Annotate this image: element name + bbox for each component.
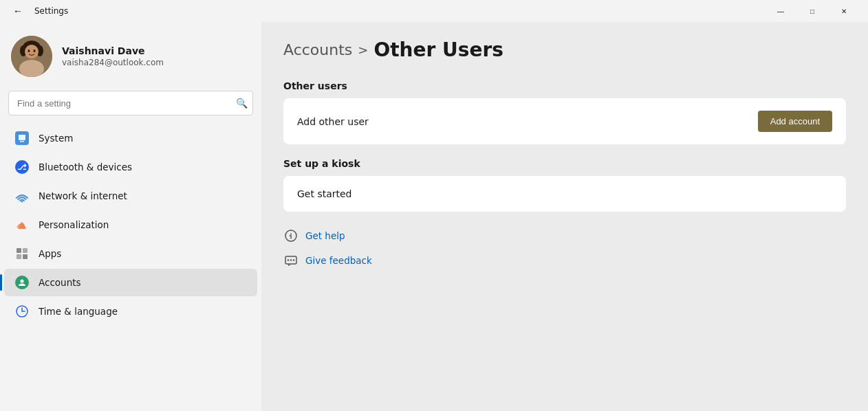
svg-rect-17 <box>23 254 28 259</box>
app-body: Vaishnavi Dave vaisha284@outlook.com 🔍 S… <box>0 22 868 411</box>
kiosk-card: Get started <box>283 176 846 212</box>
bluetooth-icon: ⎇ <box>15 160 29 174</box>
svg-point-23 <box>290 259 292 260</box>
sidebar-item-accounts[interactable]: Accounts <box>4 269 257 296</box>
search-icon: 🔍 <box>236 98 248 109</box>
sidebar-item-accounts-label: Accounts <box>39 277 81 288</box>
user-name: Vaishnavi Dave <box>62 45 164 56</box>
get-help-link[interactable]: Get help <box>283 225 846 246</box>
avatar <box>11 36 52 77</box>
back-button[interactable]: ← <box>8 1 28 21</box>
svg-rect-16 <box>17 254 21 259</box>
svg-point-24 <box>287 259 289 260</box>
sidebar-item-system-label: System <box>39 133 73 144</box>
svg-rect-11 <box>19 135 25 140</box>
sidebar-item-network-label: Network & internet <box>39 190 127 201</box>
minimize-button[interactable]: — <box>765 0 796 22</box>
sidebar-item-network[interactable]: Network & internet <box>4 182 257 210</box>
personalization-icon <box>15 218 29 232</box>
breadcrumb-current: Other Users <box>373 38 503 61</box>
breadcrumb: Accounts > Other Users <box>283 38 846 61</box>
sidebar-item-bluetooth[interactable]: ⎇ Bluetooth & devices <box>4 153 257 181</box>
search-box: 🔍 <box>8 91 253 115</box>
add-other-user-row: Add other user Add account <box>283 98 846 144</box>
add-account-button[interactable]: Add account <box>758 111 832 132</box>
window-controls: — □ ✕ <box>765 0 860 22</box>
svg-rect-12 <box>20 141 24 142</box>
svg-point-2 <box>19 60 44 77</box>
app-title: Settings <box>34 6 68 16</box>
sidebar-item-time-label: Time & language <box>39 306 118 317</box>
search-icon-button[interactable]: 🔍 <box>236 98 248 109</box>
sidebar: Vaishnavi Dave vaisha284@outlook.com 🔍 S… <box>0 22 261 411</box>
give-feedback-link[interactable]: Give feedback <box>283 250 846 271</box>
sidebar-item-personalization-label: Personalization <box>39 219 109 230</box>
maximize-button[interactable]: □ <box>796 0 828 22</box>
get-started-row[interactable]: Get started <box>283 176 846 212</box>
breadcrumb-parent[interactable]: Accounts <box>283 41 352 58</box>
svg-rect-14 <box>17 248 21 253</box>
sidebar-item-apps[interactable]: Apps <box>4 240 257 267</box>
other-users-card: Add other user Add account <box>283 98 846 144</box>
get-started-label: Get started <box>297 188 352 199</box>
give-feedback-icon <box>283 253 299 268</box>
sidebar-item-bluetooth-label: Bluetooth & devices <box>39 162 132 173</box>
network-icon <box>15 189 29 203</box>
svg-point-13 <box>21 201 23 203</box>
sidebar-item-time[interactable]: Time & language <box>4 298 257 325</box>
get-help-label[interactable]: Get help <box>305 230 345 241</box>
svg-point-8 <box>28 49 30 52</box>
user-info: Vaishnavi Dave vaisha284@outlook.com <box>62 45 164 67</box>
sidebar-item-personalization[interactable]: Personalization <box>4 211 257 238</box>
give-feedback-label[interactable]: Give feedback <box>305 255 372 266</box>
time-icon <box>15 304 29 318</box>
other-users-section-title: Other users <box>283 80 846 91</box>
main-content: Accounts > Other Users Other users Add o… <box>261 22 868 411</box>
svg-rect-15 <box>23 248 28 253</box>
svg-point-9 <box>34 49 36 52</box>
kiosk-section-title: Set up a kiosk <box>283 158 846 169</box>
add-other-user-label: Add other user <box>297 116 369 127</box>
accounts-icon <box>15 276 29 289</box>
user-email: vaisha284@outlook.com <box>62 58 164 67</box>
user-profile: Vaishnavi Dave vaisha284@outlook.com <box>0 27 261 91</box>
svg-point-21 <box>290 234 292 235</box>
get-help-icon <box>283 228 299 243</box>
svg-point-18 <box>21 280 24 283</box>
svg-point-7 <box>25 45 39 58</box>
close-button[interactable]: ✕ <box>828 0 860 22</box>
sidebar-item-system[interactable]: System <box>4 124 257 152</box>
titlebar: ← Settings — □ ✕ <box>0 0 868 22</box>
search-input[interactable] <box>8 91 253 115</box>
system-icon <box>15 131 29 145</box>
sidebar-item-apps-label: Apps <box>39 248 61 259</box>
apps-icon <box>15 247 29 260</box>
breadcrumb-separator: > <box>358 43 368 57</box>
svg-point-25 <box>293 259 294 260</box>
help-links: Get help Give feedback <box>283 225 846 271</box>
